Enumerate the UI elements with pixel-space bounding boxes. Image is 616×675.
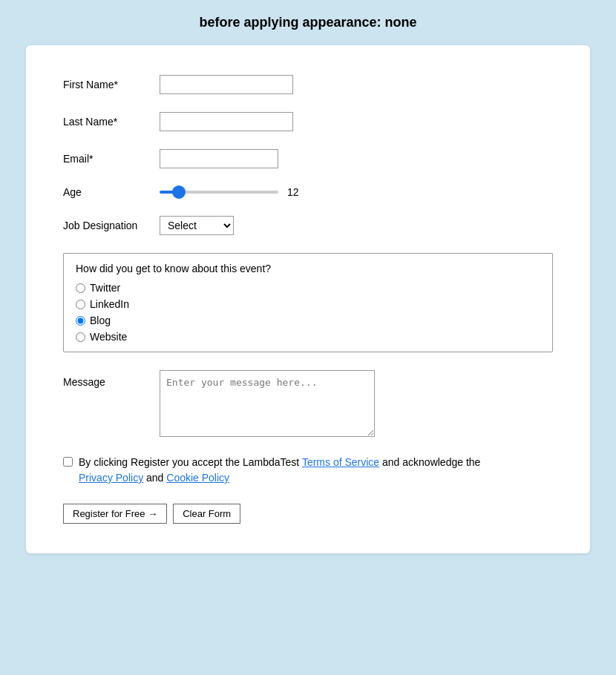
- radio-group-legend: How did you get to know about this event…: [76, 263, 540, 274]
- terms-text-and: and: [143, 472, 166, 484]
- register-button[interactable]: Register for Free →: [63, 504, 167, 524]
- privacy-policy-link[interactable]: Privacy Policy: [79, 472, 143, 484]
- job-designation-label: Job Designation: [63, 220, 160, 231]
- cookie-policy-link[interactable]: Cookie Policy: [166, 472, 229, 484]
- age-label: Age: [63, 186, 160, 198]
- radio-option-linkedin: LinkedIn: [76, 298, 540, 310]
- first-name-row: First Name*: [63, 75, 553, 94]
- radio-option-twitter: Twitter: [76, 282, 540, 294]
- radio-linkedin-label: LinkedIn: [90, 298, 129, 310]
- radio-blog[interactable]: [76, 316, 85, 326]
- email-label: Email*: [63, 153, 160, 165]
- terms-checkbox[interactable]: [63, 457, 73, 467]
- terms-text-before: By clicking Register you accept the Lamb…: [79, 456, 302, 468]
- email-input[interactable]: [160, 149, 278, 168]
- last-name-label: Last Name*: [63, 116, 160, 128]
- age-value: 12: [287, 186, 299, 198]
- job-designation-row: Job Designation Select Developer Designe…: [63, 216, 553, 235]
- radio-blog-label: Blog: [90, 315, 111, 326]
- terms-text-middle: and acknowledge the: [379, 456, 480, 468]
- message-row: Message: [63, 370, 553, 437]
- terms-row: By clicking Register you accept the Lamb…: [63, 455, 553, 486]
- terms-of-service-link[interactable]: Terms of Service: [302, 456, 379, 468]
- radio-website-label: Website: [90, 331, 127, 343]
- last-name-input[interactable]: [160, 112, 293, 131]
- radio-group-container: How did you get to know about this event…: [63, 253, 553, 352]
- job-designation-select[interactable]: Select Developer Designer Manager Other: [160, 216, 234, 235]
- age-slider[interactable]: [160, 191, 278, 194]
- radio-option-website: Website: [76, 331, 540, 343]
- message-label: Message: [63, 370, 160, 388]
- radio-option-blog: Blog: [76, 315, 540, 326]
- last-name-row: Last Name*: [63, 112, 553, 131]
- radio-twitter-label: Twitter: [90, 282, 120, 294]
- age-row: Age 12: [63, 186, 553, 198]
- clear-button[interactable]: Clear Form: [173, 504, 240, 524]
- email-row: Email*: [63, 149, 553, 168]
- first-name-input[interactable]: [160, 75, 293, 94]
- radio-website[interactable]: [76, 332, 85, 342]
- form-card: First Name* Last Name* Email* Age 12 Job…: [26, 45, 590, 553]
- page-title: before applying appearance: none: [199, 15, 416, 30]
- message-textarea[interactable]: [160, 370, 375, 437]
- first-name-label: First Name*: [63, 79, 160, 90]
- terms-text: By clicking Register you accept the Lamb…: [79, 455, 480, 486]
- buttons-row: Register for Free → Clear Form: [63, 504, 553, 524]
- radio-linkedin[interactable]: [76, 300, 85, 309]
- radio-twitter[interactable]: [76, 283, 85, 293]
